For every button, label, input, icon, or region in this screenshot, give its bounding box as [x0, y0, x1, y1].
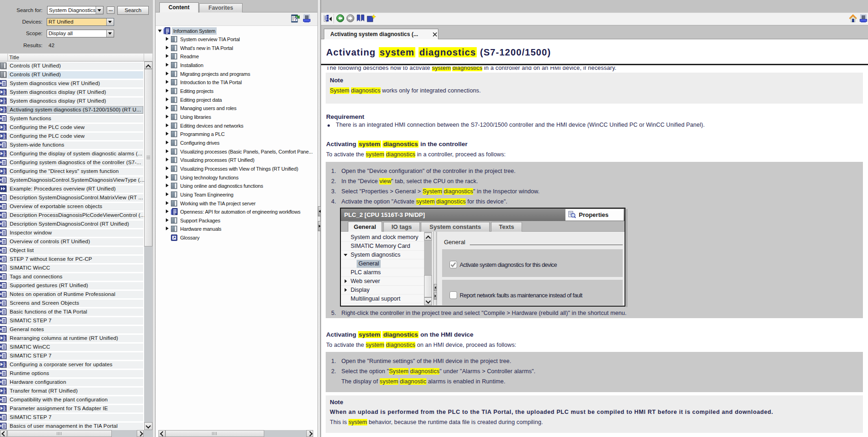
svg-text:2.: 2.: [3, 136, 6, 139]
svg-text:?: ?: [294, 17, 297, 22]
svg-text:2.: 2.: [3, 364, 6, 368]
svg-text:2.: 2.: [3, 154, 6, 157]
svg-text:2.: 2.: [3, 92, 6, 95]
svg-text:2.: 2.: [3, 127, 6, 130]
svg-text:2.: 2.: [3, 171, 6, 174]
svg-text:2.: 2.: [3, 391, 6, 394]
svg-text:2.: 2.: [3, 408, 6, 412]
svg-text:2.: 2.: [3, 110, 6, 113]
svg-text:2.: 2.: [3, 101, 6, 104]
svg-text:2.: 2.: [3, 338, 6, 341]
